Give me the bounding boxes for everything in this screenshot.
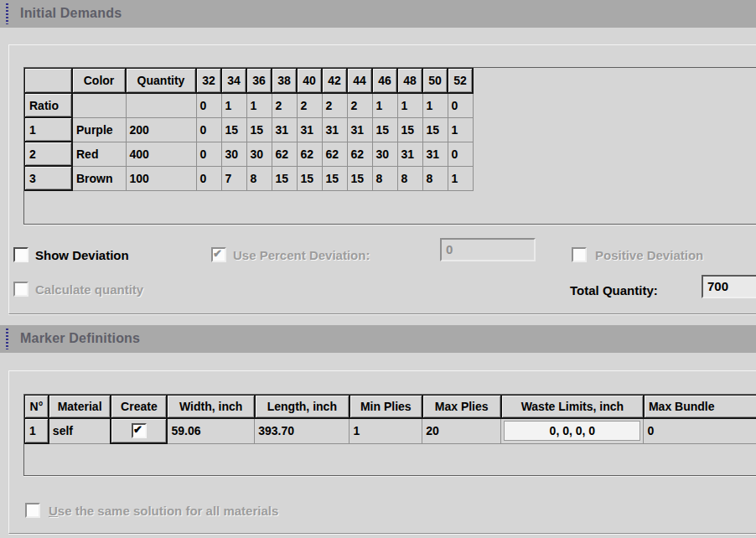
section-title: Marker Definitions <box>20 331 140 346</box>
row-header-3: 3 <box>24 166 72 190</box>
cell-ratio-46[interactable]: 1 <box>372 93 397 117</box>
positive-deviation-label: Positive Deviation <box>595 248 703 262</box>
cell-size[interactable]: 62 <box>322 142 347 166</box>
cell-size[interactable]: 62 <box>272 142 297 166</box>
section-title: Initial Demands <box>20 6 122 21</box>
cell-ratio-40[interactable]: 2 <box>297 93 322 117</box>
demand-row: 1 Purple 200 0 15 15 31 31 31 31 15 15 1… <box>24 117 473 142</box>
cell-size[interactable]: 15 <box>422 117 448 142</box>
cell-ratio-48[interactable]: 1 <box>397 93 422 117</box>
cell-width[interactable]: 59.06 <box>167 418 254 443</box>
col-header-max-bundle: Max Bundle <box>644 395 756 418</box>
cell-size[interactable]: 15 <box>272 166 297 190</box>
section-bar-initial-demands: Initial Demands <box>0 0 756 28</box>
col-header-size-44: 44 <box>347 68 372 93</box>
cell-size[interactable]: 31 <box>422 142 448 166</box>
cell-size[interactable]: 7 <box>221 166 246 190</box>
col-header-quantity: Quantity <box>126 68 196 93</box>
cell-ratio-52[interactable]: 0 <box>448 93 473 117</box>
cell-ratio-50[interactable]: 1 <box>422 93 448 117</box>
cell-size[interactable]: 15 <box>372 117 397 142</box>
cell-ratio-38[interactable]: 2 <box>272 93 297 117</box>
col-header-size-34: 34 <box>221 68 246 93</box>
cell-size[interactable]: 15 <box>347 166 372 190</box>
cell-ratio-quantity[interactable] <box>126 93 196 117</box>
cell-size[interactable]: 0 <box>196 142 221 166</box>
check-icon: ✔ <box>133 423 142 436</box>
col-header-waste-limits: Waste Limits, inch <box>501 395 644 418</box>
section-bar-marker-definitions: Marker Definitions <box>0 325 756 353</box>
cell-size[interactable]: 30 <box>221 142 246 166</box>
col-header-size-36: 36 <box>246 68 272 93</box>
calculate-quantity-label: Calculate quantity <box>35 282 143 297</box>
percent-deviation-input[interactable]: 0 <box>440 238 536 261</box>
cell-size[interactable]: 31 <box>322 117 347 142</box>
same-solution-checkbox[interactable] <box>25 503 40 518</box>
drag-grip-icon[interactable] <box>6 328 8 349</box>
cell-size[interactable]: 31 <box>397 142 422 166</box>
cell-color[interactable]: Red <box>72 142 126 166</box>
cell-size[interactable]: 0 <box>196 117 221 142</box>
same-solution-label: Use the same solution for all materials <box>49 504 278 518</box>
cell-size[interactable]: 31 <box>347 117 372 142</box>
marker-definitions-panel: N° Material Create Width, inch Length, i… <box>8 370 756 534</box>
demand-row: 2 Red 400 0 30 30 62 62 62 62 30 31 31 0 <box>24 142 473 166</box>
positive-deviation-checkbox[interactable] <box>572 247 587 262</box>
col-header-size-32: 32 <box>196 68 221 93</box>
drag-grip-icon[interactable] <box>6 3 8 24</box>
cell-ratio-42[interactable]: 2 <box>322 93 347 117</box>
cell-size[interactable]: 30 <box>372 142 397 166</box>
cell-material[interactable]: self <box>49 418 111 443</box>
cell-ratio-32[interactable]: 0 <box>196 93 221 117</box>
header-row: Color Quantity 32 34 36 38 40 42 44 46 4… <box>24 68 473 93</box>
total-quantity-input[interactable]: 700 <box>702 275 756 298</box>
cell-size[interactable]: 1 <box>448 117 473 142</box>
cell-size[interactable]: 30 <box>246 142 272 166</box>
cell-size[interactable]: 15 <box>246 117 272 142</box>
cell-create: ✔ <box>111 418 167 443</box>
cell-size[interactable]: 8 <box>397 166 422 190</box>
cell-size[interactable]: 62 <box>347 142 372 166</box>
cell-size[interactable]: 8 <box>372 166 397 190</box>
col-header-create: Create <box>111 395 167 418</box>
cell-max-plies[interactable]: 20 <box>422 418 501 443</box>
cell-size[interactable]: 0 <box>196 166 221 190</box>
cell-size[interactable]: 31 <box>297 117 322 142</box>
cell-ratio-44[interactable]: 2 <box>347 93 372 117</box>
cell-ratio-36[interactable]: 1 <box>246 93 272 117</box>
cell-ratio-34[interactable]: 1 <box>221 93 246 117</box>
col-header-width: Width, inch <box>167 395 254 418</box>
cell-size[interactable]: 0 <box>448 142 473 166</box>
show-deviation-checkbox[interactable] <box>13 247 28 262</box>
create-checkbox[interactable]: ✔ <box>132 423 147 438</box>
cell-quantity[interactable]: 100 <box>126 166 196 190</box>
cell-length[interactable]: 393.70 <box>255 418 350 443</box>
cell-quantity[interactable]: 400 <box>126 142 196 166</box>
col-header-color: Color <box>72 68 126 93</box>
cell-min-plies[interactable]: 1 <box>350 418 422 443</box>
cell-size[interactable]: 15 <box>397 117 422 142</box>
cell-ratio-color[interactable] <box>72 93 126 117</box>
cell-size[interactable]: 15 <box>322 166 347 190</box>
cell-size[interactable]: 31 <box>272 117 297 142</box>
cell-size[interactable]: 15 <box>297 166 322 190</box>
cell-size[interactable]: 62 <box>297 142 322 166</box>
waste-limits-field[interactable]: 0, 0, 0, 0 <box>504 421 640 441</box>
col-header-size-38: 38 <box>272 68 297 93</box>
cell-size[interactable]: 8 <box>422 166 448 190</box>
cell-color[interactable]: Brown <box>72 166 126 190</box>
cell-size[interactable]: 15 <box>221 117 246 142</box>
calculate-quantity-checkbox[interactable] <box>13 282 28 297</box>
cell-color[interactable]: Purple <box>72 117 126 142</box>
cell-max-bundle[interactable]: 0 <box>644 418 756 443</box>
cell-size[interactable]: 1 <box>448 166 473 190</box>
cell-quantity[interactable]: 200 <box>126 117 196 142</box>
ratio-row: Ratio 0 1 1 2 2 2 2 1 1 1 0 <box>24 93 473 117</box>
use-percent-deviation-checkbox[interactable]: ✔ <box>211 247 226 262</box>
col-header-size-42: 42 <box>322 68 347 93</box>
marker-definitions-table: N° Material Create Width, inch Length, i… <box>23 394 756 444</box>
cell-size[interactable]: 8 <box>246 166 272 190</box>
marker-row: 1 self ✔ 59.06 393.70 1 20 0, 0, 0, 0 0 <box>24 418 756 443</box>
col-header-size-40: 40 <box>297 68 322 93</box>
use-percent-deviation-label: Use Percent Deviation: <box>233 248 370 262</box>
